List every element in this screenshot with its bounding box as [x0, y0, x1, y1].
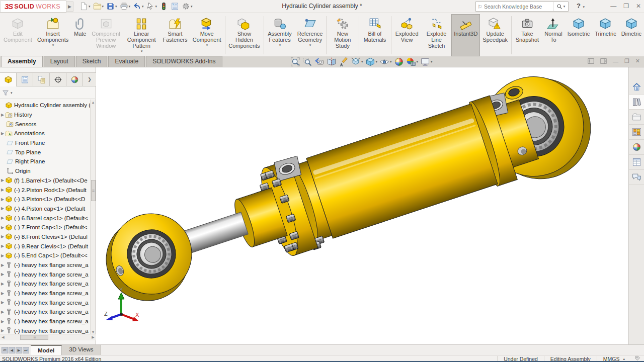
new-motion-study-button[interactable]: New Motion Study [328, 14, 357, 56]
doc-minimize-icon[interactable]: — [613, 58, 618, 64]
design-library-button[interactable] [629, 95, 644, 110]
select-button[interactable]: ▾ [145, 2, 158, 11]
undo-button[interactable]: ▾ [132, 2, 145, 11]
assembly-features-button[interactable]: Assembly Features▾ [265, 14, 294, 56]
dropdown-caret-icon[interactable]: ▾ [206, 43, 208, 47]
tab-solidworks-add-ins[interactable]: SOLIDWORKS Add-Ins [146, 56, 222, 67]
tree-item-front-plane[interactable]: Front Plane [0, 138, 91, 148]
hide-show-items-button[interactable]: ▾ [379, 57, 392, 67]
tree-item-component[interactable]: ▶(-) 3.Piston<1> (Default<<D [0, 195, 91, 204]
dropdown-caret-icon[interactable]: ▾ [141, 49, 143, 53]
move-component-button[interactable]: Move Component▾ [190, 14, 224, 56]
tab-propertymanager[interactable] [17, 73, 33, 86]
xpert-button[interactable] [158, 2, 169, 11]
search-submit-button[interactable]: ▾ [553, 2, 568, 11]
smart-fasteners-button[interactable]: Smart Fasteners [160, 14, 190, 56]
expand-arrow-icon[interactable]: ▶ [0, 253, 5, 258]
vertical-scroll-thumb[interactable] [91, 180, 96, 201]
doc-restore-icon[interactable]: ❐ [624, 58, 629, 64]
tree-item-fastener[interactable]: ▶(-) heavy hex flange screw_a [0, 307, 91, 317]
expand-arrow-icon[interactable]: ▶ [0, 291, 5, 296]
explode-line-sketch-button[interactable]: Explode Line Sketch [422, 14, 451, 56]
tree-item-annotations[interactable]: ▶Annotations [0, 129, 91, 138]
update-speedpak-button[interactable]: Update Speedpak [480, 14, 510, 56]
exploded-view-button[interactable]: Exploded View [392, 14, 421, 56]
tree-item-history[interactable]: ▶History [0, 110, 91, 120]
expand-arrow-icon[interactable]: ▶ [0, 188, 5, 192]
tree-item-fastener[interactable]: ▶(-) heavy hex flange screw_a [0, 269, 91, 279]
zoom-area-button[interactable] [302, 57, 313, 67]
tree-horizontal-scrollbar[interactable]: ◀ ▶ [0, 334, 96, 340]
expand-arrow-icon[interactable]: ▶ [0, 216, 5, 220]
new-document-button[interactable]: ▾ [78, 2, 92, 11]
tree-item-origin[interactable]: Origin [0, 166, 91, 176]
window-minimize-icon[interactable]: — [610, 2, 616, 10]
tree-item-fastener[interactable]: ▶(-) heavy hex flange screw_a [0, 260, 91, 270]
expand-arrow-icon[interactable]: ▶ [0, 300, 5, 305]
expand-arrow-icon[interactable]: ▶ [0, 310, 5, 314]
dimetric-button[interactable]: Dimetric [619, 14, 644, 56]
apply-scene-button[interactable]: ▾ [406, 57, 419, 67]
expand-pane-right-icon[interactable] [600, 58, 607, 64]
tab-assembly[interactable]: Assembly [1, 56, 43, 67]
filter-funnel-icon[interactable] [2, 89, 9, 97]
expand-arrow-icon[interactable]: ▶ [0, 206, 5, 211]
tree-item-fastener[interactable]: ▶(-) heavy hex flange screw_a [0, 279, 91, 289]
instant3d-button[interactable]: Instant3D [451, 14, 480, 56]
normal-to-button[interactable]: Normal To [542, 14, 565, 56]
tree-item-top-plane[interactable]: Top Plane [0, 147, 91, 157]
tree-item-component[interactable]: ▶(-) 7.Front Cap<1> (Default< [0, 223, 91, 232]
scroll-left-icon[interactable]: ◀ [0, 334, 6, 340]
section-view-button[interactable] [326, 57, 337, 67]
print-button[interactable]: ▾ [119, 2, 132, 11]
file-explorer-button[interactable] [629, 110, 644, 125]
filter-caret-icon[interactable]: ▾ [11, 91, 13, 95]
tree-item-component[interactable]: ▶(-) 5.End Cap<1> (Default<< [0, 251, 91, 260]
expand-arrow-icon[interactable]: ▶ [0, 244, 5, 248]
tab-layout[interactable]: Layout [44, 56, 75, 67]
linear-component-pattern-button[interactable]: Linear Component Pattern▾ [123, 14, 160, 56]
edit-component-button[interactable]: Edit Component [1, 14, 35, 56]
expand-arrow-icon[interactable]: ▶ [0, 263, 5, 267]
tab-sketch[interactable]: Sketch [76, 56, 108, 67]
status-tag-icon[interactable] [631, 355, 644, 362]
last-tab-icon[interactable]: ⏭ [23, 347, 29, 353]
zoom-fit-button[interactable] [290, 57, 301, 67]
tab-featuremanager-tree[interactable] [0, 73, 17, 86]
expand-arrow-icon[interactable]: ▶ [0, 328, 5, 333]
tree-item-component[interactable]: ▶(-) 8.Front Clevis<1> (Defaul [0, 232, 91, 242]
hydraulic-cylinder-model[interactable] [96, 67, 628, 344]
tree-item-component[interactable]: ▶(f) 1.Barrel<1> (Default<<De [0, 176, 91, 186]
collapse-pane-left-icon[interactable] [588, 58, 594, 64]
component-preview-window-button[interactable]: Component Preview Window [89, 14, 123, 56]
window-restore-icon[interactable]: ❐ [623, 2, 629, 10]
insert-components-button[interactable]: Insert Components▾ [35, 14, 71, 56]
previous-view-button[interactable] [314, 57, 325, 67]
view-settings-button[interactable]: ▾ [420, 57, 433, 67]
expand-arrow-icon[interactable]: ▶ [0, 319, 5, 324]
reference-geometry-button[interactable]: Reference Geometry▾ [295, 14, 326, 56]
tab-configurationmanager[interactable] [33, 73, 50, 86]
options-list-button[interactable] [170, 2, 180, 11]
take-snapshot-button[interactable]: Take Snapshot [513, 14, 542, 56]
tab-displaymanager[interactable] [66, 73, 83, 86]
tree-item-fastener[interactable]: ▶(-) heavy hex flange screw_a [0, 289, 91, 298]
tab-3d-views[interactable]: 3D Views [62, 345, 101, 355]
view-palette-button[interactable] [629, 125, 644, 140]
scroll-up-icon[interactable]: ▲ [91, 100, 96, 105]
open-button[interactable]: ▾ [92, 2, 105, 11]
tree-root[interactable]: Hydraulic Cylinder assembly (D [0, 101, 91, 110]
custom-properties-button[interactable] [629, 155, 644, 170]
annotation-view-button[interactable] [338, 57, 349, 67]
dropdown-caret-icon[interactable]: ▾ [279, 43, 281, 47]
tree-item-right-plane[interactable]: Right Plane [0, 157, 91, 166]
tree-vertical-scrollbar[interactable]: ▲ ▼ [90, 100, 96, 335]
doc-close-icon[interactable]: ✕ [635, 58, 640, 64]
tab-dimxpertmanager[interactable] [50, 73, 66, 86]
tree-item-fastener[interactable]: ▶(-) heavy hex flange screw_a [0, 317, 91, 326]
menu-flyout-arrow-icon[interactable]: ▶ [66, 2, 73, 12]
expand-arrow-icon[interactable]: ▶ [0, 131, 5, 136]
trimetric-button[interactable]: Trimetric [592, 14, 618, 56]
dropdown-caret-icon[interactable]: ▾ [309, 43, 311, 47]
dropdown-caret-icon[interactable]: ▾ [52, 43, 54, 47]
